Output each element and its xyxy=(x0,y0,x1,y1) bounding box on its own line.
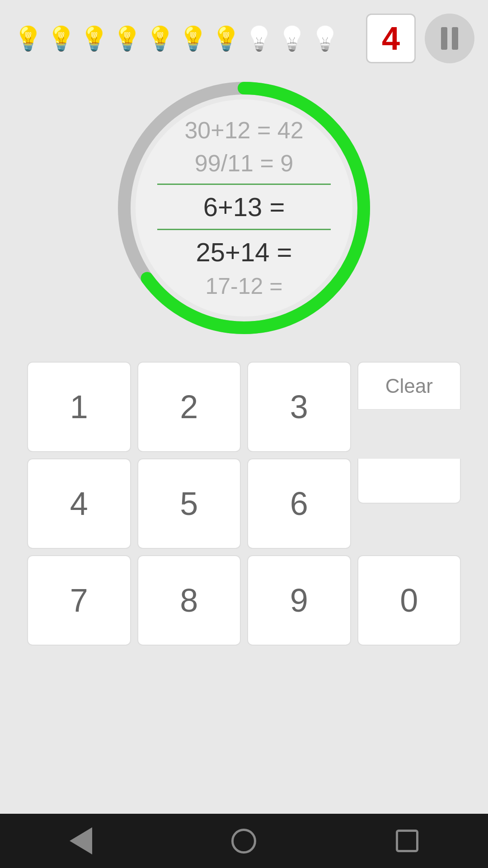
bulb-8: 💡 xyxy=(277,27,307,50)
bulb-0: 💡 xyxy=(14,27,43,50)
bulb-9: 💡 xyxy=(310,27,340,50)
home-icon xyxy=(231,829,256,854)
recent-icon xyxy=(396,830,418,852)
bulb-5: 💡 xyxy=(178,27,208,50)
key-5[interactable]: 5 xyxy=(137,458,241,549)
back-icon xyxy=(70,827,92,854)
circle-section: 30+12 = 42 99/11 = 9 6+13 = 25+14 = 17-1… xyxy=(0,77,488,339)
nav-bar xyxy=(0,814,488,868)
bulbs-container: 💡💡💡💡💡💡💡💡💡💡 xyxy=(14,27,366,50)
equation-next: 25+14 = xyxy=(196,234,292,270)
top-bar: 💡💡💡💡💡💡💡💡💡💡 4 xyxy=(0,0,488,68)
divider-top xyxy=(157,184,331,185)
bulb-1: 💡 xyxy=(47,27,76,50)
key-2[interactable]: 2 xyxy=(137,362,241,452)
key-8[interactable]: 8 xyxy=(137,555,241,646)
bulb-7: 💡 xyxy=(244,27,274,50)
bulb-2: 💡 xyxy=(80,27,109,50)
circle-container: 30+12 = 42 99/11 = 9 6+13 = 25+14 = 17-1… xyxy=(113,77,375,339)
back-button[interactable] xyxy=(70,827,92,854)
keypad-section: 1 2 3 Clear 4 5 6 7 8 9 0 xyxy=(0,362,488,646)
score-box: 4 xyxy=(366,14,416,63)
key-4[interactable]: 4 xyxy=(27,458,131,549)
key-7[interactable]: 7 xyxy=(27,555,131,646)
equation-after: 17-12 = xyxy=(206,270,283,302)
pause-icon xyxy=(441,27,458,50)
keypad: 1 2 3 Clear 4 5 6 7 8 9 0 xyxy=(27,362,461,646)
divider-bottom xyxy=(157,229,331,230)
home-button[interactable] xyxy=(231,829,256,854)
equation-1: 99/11 = 9 xyxy=(195,147,293,180)
score-value: 4 xyxy=(382,20,400,57)
key-1[interactable]: 1 xyxy=(27,362,131,452)
pause-button[interactable] xyxy=(425,14,474,63)
bulb-6: 💡 xyxy=(211,27,241,50)
bulb-3: 💡 xyxy=(113,27,142,50)
key-9[interactable]: 9 xyxy=(247,555,351,646)
equation-current: 6+13 = xyxy=(203,189,285,225)
key-3[interactable]: 3 xyxy=(247,362,351,452)
circle-inner: 30+12 = 42 99/11 = 9 6+13 = 25+14 = 17-1… xyxy=(136,99,352,316)
clear-button[interactable]: Clear xyxy=(357,362,461,410)
clear-bottom-area xyxy=(357,458,461,504)
recent-button[interactable] xyxy=(396,830,418,852)
pause-bar-left xyxy=(441,27,447,50)
key-0[interactable]: 0 xyxy=(357,555,461,646)
bulb-4: 💡 xyxy=(145,27,175,50)
equation-0: 30+12 = 42 xyxy=(184,114,303,147)
key-6[interactable]: 6 xyxy=(247,458,351,549)
pause-bar-right xyxy=(452,27,458,50)
